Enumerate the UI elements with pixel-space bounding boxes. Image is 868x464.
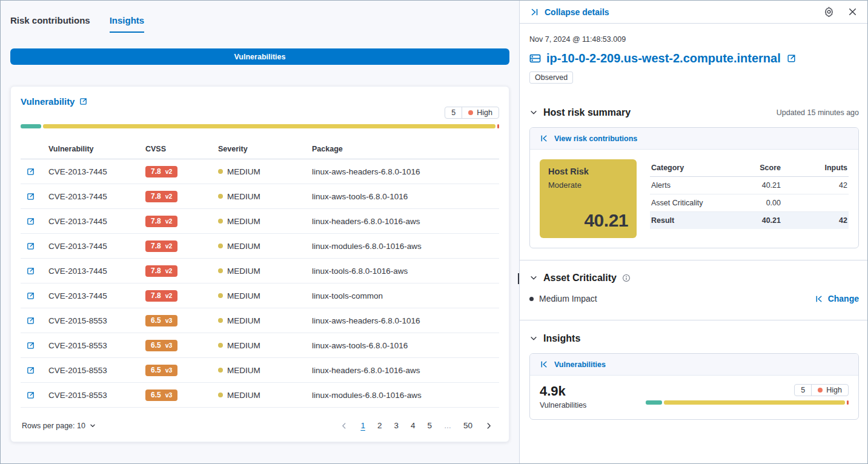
cvss-badge: 7.8v2 — [145, 290, 177, 302]
vulnerabilities-link[interactable]: Vulnerabilities — [530, 354, 858, 376]
package-name: linux-headers-6.8.0-1016-aws — [312, 366, 499, 375]
open-vulnerability-icon[interactable] — [26, 216, 35, 225]
risk-table-row: Asset Criticality 0.00 — [650, 194, 849, 212]
vulnerability-id: CVE-2013-7445 — [48, 267, 145, 276]
risk-insights-panel: Risk contributions Insights Vulnerabilit… — [1, 1, 519, 464]
page-button-3[interactable]: 3 — [389, 419, 403, 432]
open-vulnerability-icon[interactable] — [26, 316, 35, 325]
settings-gear-icon[interactable] — [824, 7, 834, 17]
app-window: Risk contributions Insights Vulnerabilit… — [0, 0, 868, 464]
bar-segment-low — [21, 124, 41, 128]
package-name: linux-aws-tools-6.8.0-1016 — [312, 192, 499, 201]
external-link-icon[interactable] — [786, 53, 797, 64]
page-button-5[interactable]: 5 — [422, 419, 437, 432]
collapse-details-button[interactable]: Collapse details — [529, 7, 609, 17]
event-timestamp: Nov 7, 2024 @ 11:48:53.009 — [529, 35, 859, 44]
open-vulnerability-icon[interactable] — [26, 390, 35, 399]
bar-segment-medium — [664, 400, 845, 405]
package-name: linux-headers-6.8.0-1016-aws — [312, 217, 499, 226]
change-criticality-button[interactable]: Change — [815, 294, 859, 303]
severity-label: High — [826, 386, 842, 394]
severity-value: MEDIUM — [227, 167, 260, 176]
bar-segment-low — [646, 400, 662, 405]
severity-value: MEDIUM — [227, 391, 260, 400]
host-risk-summary-toggle[interactable]: Host risk summary — [529, 107, 631, 118]
risk-table-result-row: Result 40.21 42 — [650, 212, 849, 229]
open-vulnerability-icon[interactable] — [26, 291, 35, 300]
severity-distribution-bar — [646, 400, 849, 405]
vulnerability-id: CVE-2013-7445 — [48, 291, 145, 300]
vulnerability-count: 4.9k — [540, 383, 640, 399]
severity-dot — [218, 244, 223, 248]
open-vulnerability-icon[interactable] — [26, 340, 35, 350]
insights-toggle[interactable]: Insights — [529, 333, 580, 344]
open-vulnerability-icon[interactable] — [26, 191, 35, 201]
page-button-50[interactable]: 50 — [459, 419, 477, 432]
severity-value: MEDIUM — [227, 242, 260, 251]
vulnerability-id: CVE-2013-7445 — [48, 192, 145, 201]
severity-dot — [218, 393, 223, 397]
cvss-badge: 7.8v2 — [145, 191, 177, 202]
severity-dot — [218, 293, 223, 298]
vulnerabilities-section-button[interactable]: Vulnerabilities — [10, 48, 509, 65]
risk-tile-title: Host Risk — [548, 167, 628, 176]
table-row: CVE-2013-7445 7.8v2 MEDIUM linux-headers… — [21, 209, 499, 234]
pagination-bar: Rows per page: 10 1 2 3 4 5 … 50 — [21, 416, 499, 433]
open-vulnerability-icon[interactable] — [26, 266, 35, 275]
page-button-1[interactable]: 1 — [356, 419, 370, 432]
severity-dot — [218, 219, 223, 224]
open-vulnerability-icon[interactable] — [26, 167, 35, 176]
next-page-button[interactable] — [480, 420, 498, 431]
criticality-value: Medium Impact — [539, 294, 597, 303]
tab-bar: Risk contributions Insights — [10, 10, 509, 33]
bar-segment-high — [497, 124, 499, 128]
table-header-row: Vulnerability CVSS Severity Package — [21, 141, 499, 159]
page-button-2[interactable]: 2 — [373, 419, 387, 432]
severity-value: MEDIUM — [227, 341, 260, 350]
chevron-down-icon — [529, 108, 538, 117]
cvss-badge: 7.8v2 — [145, 240, 177, 252]
cvss-badge: 7.8v2 — [145, 265, 177, 277]
page-button-4[interactable]: 4 — [406, 419, 420, 432]
col-severity: Severity — [218, 145, 312, 153]
vulnerability-card: Vulnerability 5 High Vulnerability CVSS — [10, 86, 509, 442]
col-package: Package — [312, 145, 499, 153]
tab-insights[interactable]: Insights — [110, 15, 145, 33]
severity-dot — [218, 318, 223, 323]
severity-count-badge: 5 High — [445, 107, 499, 119]
tab-risk-contributions[interactable]: Risk contributions — [10, 15, 90, 33]
table-row: CVE-2015-8553 6.5v3 MEDIUM linux-aws-too… — [21, 333, 499, 358]
severity-label: High — [477, 108, 492, 117]
severity-value: MEDIUM — [227, 291, 260, 300]
external-link-icon[interactable] — [79, 97, 88, 106]
bar-segment-high — [847, 400, 849, 405]
high-severity-dot — [818, 388, 823, 393]
package-name: linux-aws-headers-6.8.0-1016 — [312, 167, 499, 176]
section-divider — [520, 260, 868, 260]
chevron-down-icon — [529, 334, 538, 343]
previous-page-button[interactable] — [335, 420, 353, 431]
severity-value: MEDIUM — [227, 217, 260, 226]
observed-badge: Observed — [529, 71, 573, 84]
rows-per-page-select[interactable]: Rows per page: 10 — [22, 422, 97, 430]
arrow-start-icon — [540, 360, 549, 369]
risk-table-header: Category Score Inputs — [650, 159, 849, 177]
col-cvss: CVSS — [145, 145, 218, 153]
arrow-start-icon — [815, 294, 824, 303]
host-risk-card: View risk contributions Host Risk Modera… — [529, 127, 859, 248]
vulnerability-card-title[interactable]: Vulnerability — [21, 96, 75, 107]
asset-criticality-toggle[interactable]: Asset Criticality — [529, 273, 631, 283]
host-icon — [529, 53, 541, 64]
host-name-link[interactable]: ip-10-0-2-209.us-west-2.compute.internal — [546, 51, 781, 65]
close-icon[interactable] — [847, 7, 858, 17]
open-vulnerability-icon[interactable] — [26, 241, 35, 250]
vulnerability-count-label: Vulnerabilities — [540, 401, 640, 409]
vulnerability-id: CVE-2015-8553 — [48, 391, 145, 400]
vulnerability-id: CVE-2013-7445 — [48, 242, 145, 251]
package-name: linux-tools-6.8.0-1016-aws — [312, 267, 499, 276]
view-risk-contributions-link[interactable]: View risk contributions — [530, 128, 858, 150]
vulnerability-id: CVE-2013-7445 — [48, 217, 145, 226]
open-vulnerability-icon[interactable] — [26, 365, 35, 374]
cvss-badge: 7.8v2 — [145, 166, 177, 177]
info-icon[interactable] — [622, 274, 631, 282]
